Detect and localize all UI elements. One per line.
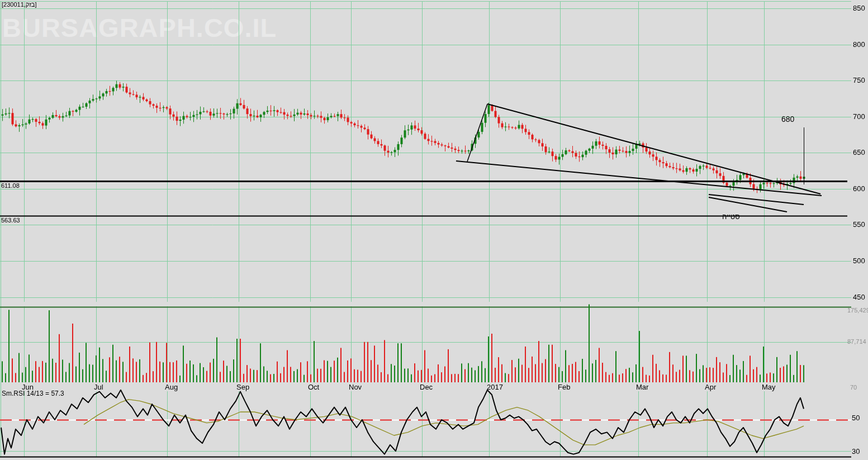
price-target-label: 680 [781, 115, 794, 123]
deviation-label: סטייה [722, 213, 740, 220]
support-level-label-major: 611.08 [1, 183, 20, 189]
month-label: Oct [308, 383, 319, 391]
month-label: May [762, 383, 776, 391]
chart-window: BURSAGRAPH.CO.IL [230011,בזק] 611.08 563… [0, 0, 868, 460]
price-axis-tick: 450 [853, 293, 865, 301]
instrument-label: [230011,בזק] [2, 2, 37, 8]
month-label: Jul [94, 383, 103, 391]
price-axis-tick: 750 [853, 77, 865, 84]
month-label: Feb [558, 383, 570, 391]
rsi-axis-tick: 50 [852, 414, 860, 421]
price-axis-tick: 800 [853, 41, 865, 48]
rsi-axis-tick: 30 [852, 448, 860, 455]
month-label: Apr [705, 383, 716, 391]
price-axis-tick: 650 [853, 149, 865, 156]
volume-axis-tick: 87,714 [847, 339, 866, 345]
price-axis-tick: 600 [853, 185, 865, 192]
rsi-axis-tick: 70 [850, 385, 857, 391]
month-label: 2017 [487, 383, 503, 391]
price-axis-tick: 700 [853, 113, 865, 120]
support-level-label-minor: 563.63 [1, 217, 20, 224]
price-axis-tick: 500 [853, 257, 865, 264]
month-label: Mar [636, 383, 648, 391]
month-label: Sep [236, 383, 249, 391]
volume-axis-tick: 175,429 [847, 307, 868, 314]
chart-canvas[interactable] [0, 0, 868, 460]
price-axis-tick: 850 [853, 4, 865, 12]
month-label: Dec [420, 383, 433, 391]
month-label: Jun [22, 383, 34, 391]
price-axis-tick: 550 [853, 221, 865, 228]
month-label: Aug [165, 383, 178, 391]
month-label: Nov [349, 383, 362, 391]
